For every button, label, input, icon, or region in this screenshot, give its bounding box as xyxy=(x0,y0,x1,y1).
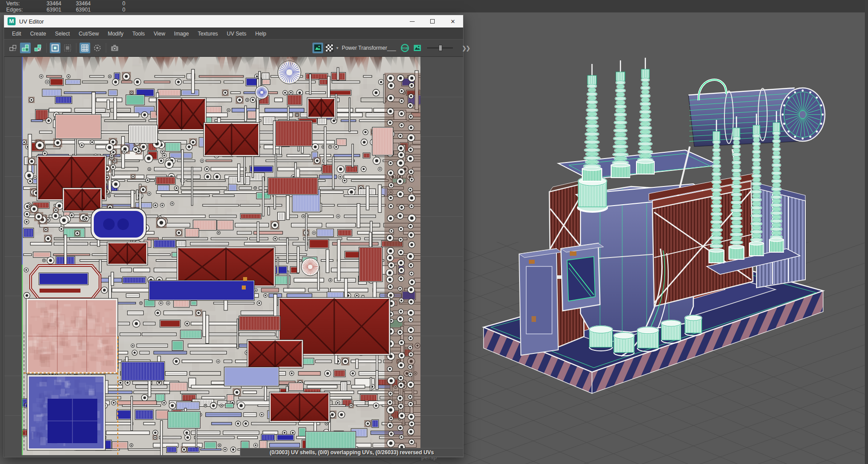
dropdown-arrow-icon[interactable]: ▼ xyxy=(336,46,339,50)
dim-image-icon[interactable] xyxy=(62,43,73,53)
toolbar-separator xyxy=(106,43,106,53)
display-shells-icon[interactable] xyxy=(20,43,31,53)
close-icon: ✕ xyxy=(451,18,456,25)
uv-statistics: (0/3003) UV shells, (0/0) overlapping UV… xyxy=(270,449,434,456)
edges-label: Edges: xyxy=(6,7,32,13)
shells-texture-icon[interactable] xyxy=(32,43,43,53)
verts-total: 33464 xyxy=(32,0,61,7)
image-range-icon[interactable] xyxy=(412,43,423,53)
title-bar[interactable]: M UV Editor ✕ xyxy=(4,15,463,28)
maximize-icon xyxy=(430,19,435,24)
menu-item-image[interactable]: Image xyxy=(170,28,193,40)
verts-shaded: 33464 xyxy=(61,0,91,7)
display-image-icon[interactable] xyxy=(50,43,60,53)
menu-item-modify[interactable]: Modify xyxy=(103,28,128,40)
menu-item-textures[interactable]: Textures xyxy=(193,28,222,40)
menu-item-help[interactable]: Help xyxy=(251,28,271,40)
hud-verts-row: Verts: 33464 33464 0 xyxy=(6,0,125,7)
menu-item-edit[interactable]: Edit xyxy=(8,28,26,40)
maya-logo-icon: M xyxy=(8,17,16,25)
rgb-channels-icon[interactable]: RGB xyxy=(400,43,410,53)
menu-item-select[interactable]: Select xyxy=(51,28,74,40)
uv-status-bar: (0/3003) UV shells, (0/0) overlapping UV… xyxy=(240,448,463,457)
poly-count-hud: Verts: 33464 33464 0 Edges: 63901 63901 … xyxy=(6,0,125,13)
slider-handle[interactable] xyxy=(439,45,442,51)
checker-map-swatch[interactable] xyxy=(325,44,333,52)
image-display-toggle-icon[interactable] xyxy=(312,43,323,53)
toolbar-separator xyxy=(76,43,76,53)
uv-editor-window: M UV Editor ✕ Edit Create Select Cut/Sew… xyxy=(4,15,464,457)
verts-label: Verts: xyxy=(6,0,32,7)
maximize-button[interactable] xyxy=(422,15,443,28)
verts-selected: 0 xyxy=(91,0,125,7)
edges-shaded: 63901 xyxy=(61,7,91,13)
window-title: UV Editor xyxy=(19,18,402,25)
menu-item-cut-sew[interactable]: Cut/Sew xyxy=(74,28,103,40)
expand-chevrons-icon[interactable]: ❯❯ xyxy=(462,45,470,52)
uv-canvas-area[interactable]: (0/3003) UV shells, (0/0) overlapping UV… xyxy=(4,57,463,457)
menu-item-create[interactable]: Create xyxy=(26,28,51,40)
menu-bar: Edit Create Select Cut/Sew Modify Tools … xyxy=(4,28,463,39)
edges-total: 63901 xyxy=(32,7,61,13)
hud-edges-row: Edges: 63901 63901 0 xyxy=(6,7,125,13)
menu-item-view[interactable]: View xyxy=(149,28,170,40)
minimize-button[interactable] xyxy=(402,15,422,28)
menu-item-uv-sets[interactable]: UV Sets xyxy=(222,28,251,40)
uv-quadrant-layout-icon[interactable] xyxy=(8,43,18,53)
uv-toolbar: ▼ Power Transformer___ RGB ❯❯ xyxy=(4,39,463,57)
close-button[interactable]: ✕ xyxy=(443,15,463,28)
shadow-uvs-icon[interactable] xyxy=(92,43,103,53)
svg-text:RGB: RGB xyxy=(402,47,408,50)
exposure-slider[interactable] xyxy=(427,48,453,48)
edges-selected: 0 xyxy=(91,7,125,13)
toolbar-separator xyxy=(46,43,47,53)
minimize-icon xyxy=(410,21,415,22)
window-edge-strip xyxy=(865,0,868,464)
pixel-grid-icon[interactable] xyxy=(80,43,90,53)
texture-name-label[interactable]: Power Transformer___ xyxy=(342,45,399,51)
uv-texture-canvas[interactable] xyxy=(22,57,420,455)
uv-snapshot-icon[interactable] xyxy=(109,43,120,53)
menu-item-tools[interactable]: Tools xyxy=(128,28,149,40)
